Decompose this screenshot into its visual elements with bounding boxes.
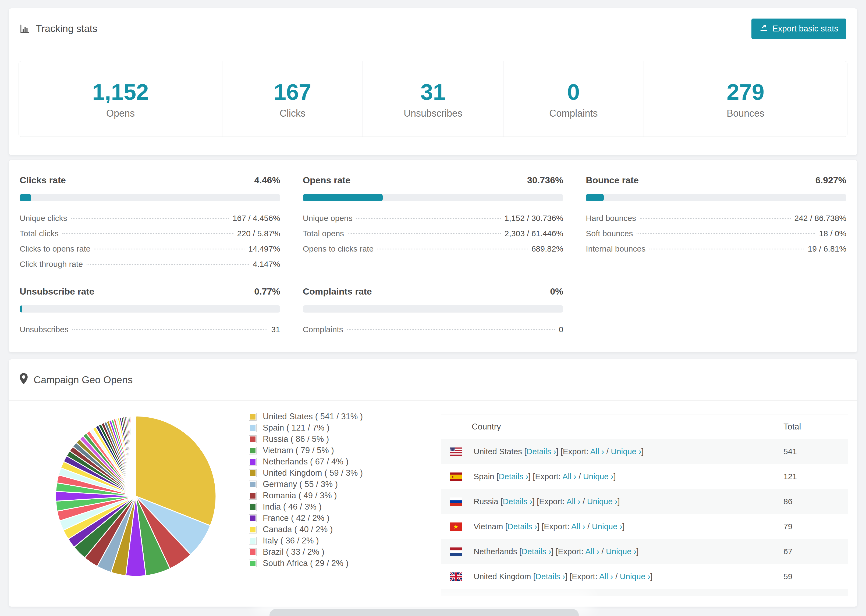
- export-unique-link[interactable]: Unique ›: [611, 447, 641, 456]
- legend-item-russia[interactable]: Russia ( 86 / 5% ): [249, 434, 363, 445]
- slash-separator: /: [599, 547, 606, 556]
- country-cell: Spain [Details ›] [Export: All › / Uniqu…: [441, 472, 783, 481]
- country-cell: Russia [Details ›] [Export: All › / Uniq…: [441, 497, 783, 506]
- rate-heading: Clicks rate4.46%: [20, 175, 280, 185]
- rate-heading: Unsubscribe rate0.77%: [20, 286, 280, 297]
- page-title: Tracking stats: [20, 23, 98, 35]
- geo-legend: United States ( 541 / 31% )Spain ( 121 /…: [249, 411, 363, 569]
- geo-table-header: Country Total: [441, 414, 848, 439]
- export-basic-stats-button[interactable]: Export basic stats: [751, 19, 846, 39]
- summary-stat-label: Opens: [106, 108, 135, 119]
- rate-detail-label: Unique opens: [303, 214, 353, 223]
- dotted-leader: [348, 233, 501, 234]
- legend-item-united-kingdom[interactable]: United Kingdom ( 59 / 3% ): [249, 467, 363, 479]
- legend-item-india[interactable]: India ( 46 / 3% ): [249, 501, 363, 512]
- rate-value: 6.927%: [816, 175, 846, 185]
- geo-pie-chart[interactable]: [50, 410, 222, 582]
- rate-heading: Complaints rate0%: [303, 286, 564, 297]
- rate-detail-value: 31: [271, 325, 280, 334]
- export-all-link[interactable]: All ›: [590, 447, 604, 456]
- rate-block-unsubscribe-rate: Unsubscribe rate0.77%Unsubscribes31: [20, 286, 280, 340]
- export-all-link[interactable]: All ›: [567, 497, 580, 506]
- rate-detail-rows: Hard bounces242 / 86.738%Soft bounces18 …: [586, 214, 846, 259]
- rate-detail-value: 0: [559, 325, 564, 334]
- summary-stat-clicks: 167Clicks: [222, 61, 362, 137]
- export-all-link[interactable]: All ›: [585, 547, 599, 556]
- legend-item-united-states[interactable]: United States ( 541 / 31% ): [249, 411, 363, 422]
- export-unique-link[interactable]: Unique ›: [606, 547, 636, 556]
- legend-label: Spain ( 121 / 7% ): [263, 423, 329, 433]
- total-value: 79: [783, 522, 848, 531]
- rate-title: Unsubscribe rate: [20, 286, 94, 297]
- bracket: [: [524, 447, 526, 456]
- legend-item-germany[interactable]: Germany ( 55 / 3% ): [249, 479, 363, 490]
- export-icon: [759, 24, 768, 34]
- export-unique-link[interactable]: Unique ›: [620, 572, 650, 581]
- rates-card: Clicks rate4.46%Unique clicks167 / 4.456…: [9, 160, 857, 353]
- export-all-link[interactable]: All ›: [599, 572, 613, 581]
- rate-detail-row: Total clicks220 / 5.87%: [20, 229, 280, 244]
- dotted-leader: [62, 233, 233, 234]
- rate-progress-track: [20, 194, 280, 201]
- export-unique-link[interactable]: Unique ›: [583, 472, 614, 481]
- rate-progress-fill: [586, 194, 604, 201]
- rate-detail-row: Total opens2,303 / 61.446%: [303, 229, 564, 244]
- legend-item-canada[interactable]: Canada ( 40 / 2% ): [249, 524, 363, 535]
- column-header-total: Total: [783, 422, 848, 432]
- column-header-country: Country: [441, 422, 783, 432]
- geo-table-row-nl: Netherlands [Details ›] [Export: All › /…: [441, 539, 848, 564]
- bracket: ]: [650, 572, 652, 581]
- legend-item-netherlands[interactable]: Netherlands ( 67 / 4% ): [249, 456, 363, 467]
- slash-separator: /: [576, 472, 583, 481]
- export-unique-link[interactable]: Unique ›: [592, 522, 622, 531]
- dotted-leader: [347, 329, 555, 330]
- rate-detail-row: Opens to clicks rate689.82%: [303, 244, 564, 259]
- legend-swatch: [249, 503, 256, 511]
- dotted-leader: [636, 233, 815, 234]
- total-value: 541: [783, 447, 848, 456]
- legend-item-vietnam[interactable]: Vietnam ( 79 / 5% ): [249, 445, 363, 456]
- rate-detail-label: Total opens: [303, 229, 344, 238]
- legend-swatch: [249, 447, 256, 454]
- bracket: ]: [617, 497, 620, 506]
- rate-progress-track: [303, 194, 564, 201]
- details-link[interactable]: Details ›: [507, 522, 537, 531]
- dotted-leader: [87, 264, 249, 265]
- details-link[interactable]: Details ›: [499, 472, 528, 481]
- country-name: Russia: [474, 497, 501, 506]
- export-all-link[interactable]: All ›: [562, 472, 576, 481]
- summary-stat-label: Bounces: [727, 108, 764, 119]
- country-cell: Vietnam [Details ›] [Export: All › / Uni…: [441, 522, 783, 531]
- country-links-text: United States [Details ›] [Export: All ›…: [474, 447, 644, 456]
- legend-item-france[interactable]: France ( 42 / 2% ): [249, 512, 363, 524]
- bottom-scrollbar[interactable]: [269, 609, 579, 616]
- legend-label: Brazil ( 33 / 2% ): [263, 547, 324, 557]
- legend-label: Netherlands ( 67 / 4% ): [263, 457, 348, 467]
- details-link[interactable]: Details ›: [503, 497, 532, 506]
- export-unique-link[interactable]: Unique ›: [587, 497, 617, 506]
- export-prefix: ] [Export:: [528, 472, 562, 481]
- summary-stat-bounces: 279Bounces: [644, 61, 847, 137]
- legend-item-south-africa[interactable]: South Africa ( 29 / 2% ): [249, 558, 363, 569]
- details-link[interactable]: Details ›: [521, 547, 551, 556]
- rate-detail-label: Complaints: [303, 325, 343, 334]
- country-name: Netherlands: [474, 547, 519, 556]
- rate-progress-fill: [20, 194, 31, 201]
- bracket: [: [533, 572, 535, 581]
- rate-progress-track: [20, 305, 280, 313]
- legend-item-italy[interactable]: Italy ( 36 / 2% ): [249, 535, 363, 546]
- details-link[interactable]: Details ›: [535, 572, 565, 581]
- export-prefix: ] [Export:: [537, 522, 571, 531]
- rate-detail-label: Click through rate: [20, 259, 83, 269]
- legend-item-romania[interactable]: Romania ( 49 / 3% ): [249, 490, 363, 501]
- details-link[interactable]: Details ›: [527, 447, 556, 456]
- legend-item-brazil[interactable]: Brazil ( 33 / 2% ): [249, 546, 363, 558]
- export-all-link[interactable]: All ›: [571, 522, 585, 531]
- legend-swatch: [249, 481, 256, 488]
- geo-table-row-de-partial: Germany [Details ›] [Export: All › / Uni…: [441, 589, 848, 596]
- rate-heading: Opens rate30.736%: [303, 175, 564, 185]
- slash-separator: /: [604, 447, 611, 456]
- legend-item-spain[interactable]: Spain ( 121 / 7% ): [249, 422, 363, 434]
- legend-label: Canada ( 40 / 2% ): [263, 525, 333, 534]
- rate-detail-value: 19 / 6.81%: [808, 244, 846, 253]
